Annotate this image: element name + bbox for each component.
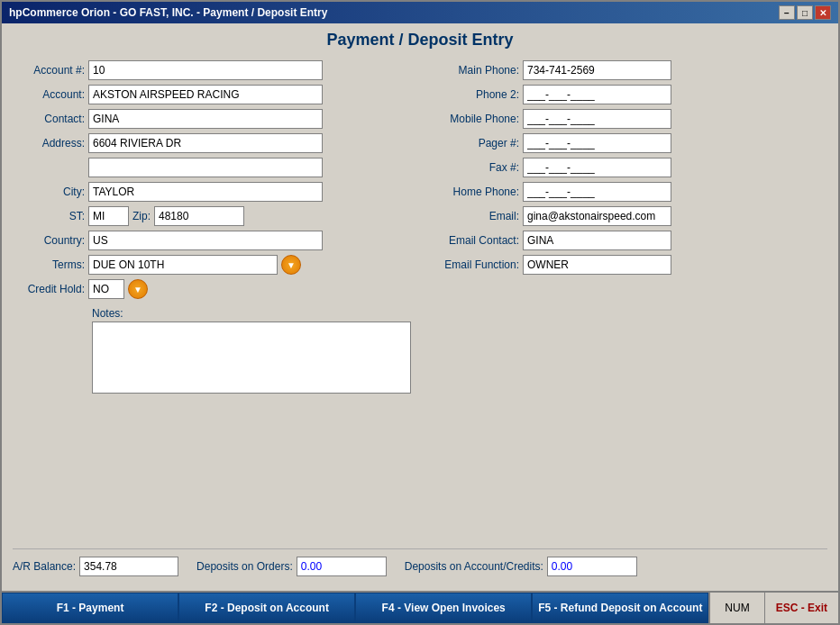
main-phone-input[interactable] <box>523 60 671 80</box>
account-row: Account #: <box>13 60 411 80</box>
content-area: Payment / Deposit Entry Account #: Accou… <box>2 23 838 591</box>
email-function-row: Email Function: <box>429 255 827 275</box>
email-function-input[interactable] <box>523 255 671 275</box>
address2-input[interactable] <box>88 158 323 177</box>
f1-payment-button[interactable]: F1 - Payment <box>2 593 178 623</box>
f4-view-invoices-button[interactable]: F4 - View Open Invoices <box>355 593 532 623</box>
notes-area: Notes: <box>13 307 411 394</box>
terms-input[interactable] <box>88 255 278 275</box>
email-contact-input[interactable] <box>523 231 671 250</box>
exit-status: ESC - Exit <box>765 593 838 623</box>
main-phone-row: Main Phone: <box>429 60 827 80</box>
email-label: Email: <box>429 210 519 222</box>
account-name-label: Account: <box>13 88 85 101</box>
fax-label: Fax #: <box>429 161 519 174</box>
deposits-account-input[interactable] <box>547 557 637 576</box>
credit-hold-dropdown-button[interactable]: ▼ <box>128 279 148 299</box>
email-contact-label: Email Contact: <box>429 234 519 247</box>
main-phone-label: Main Phone: <box>429 64 519 77</box>
mobile-row: Mobile Phone: <box>429 109 827 129</box>
deposits-account-label: Deposits on Account/Credits: <box>405 560 543 573</box>
main-window: hpCommerce Orion - GO FAST, INC. - Payme… <box>0 0 840 625</box>
title-bar-controls: − □ ✕ <box>779 5 831 20</box>
home-phone-row: Home Phone: <box>429 182 827 202</box>
maximize-button[interactable]: □ <box>797 5 813 20</box>
terms-row: Terms: ▼ <box>13 255 411 275</box>
state-input[interactable] <box>88 206 129 226</box>
email-row: Email: <box>429 206 827 226</box>
mobile-input[interactable] <box>523 109 671 129</box>
account-name-row: Account: <box>13 85 411 104</box>
f2-deposit-button[interactable]: F2 - Deposit on Account <box>178 593 355 623</box>
notes-label: Notes: <box>92 307 411 320</box>
terms-label: Terms: <box>13 258 85 271</box>
home-phone-label: Home Phone: <box>429 186 519 198</box>
num-status: NUM <box>710 593 764 623</box>
terms-dropdown-button[interactable]: ▼ <box>281 255 301 275</box>
account-name-input[interactable] <box>88 85 323 104</box>
contact-input[interactable] <box>88 109 323 129</box>
state-zip-row: ST: Zip: <box>13 206 411 226</box>
pager-label: Pager #: <box>429 137 519 149</box>
account-label: Account #: <box>13 64 85 77</box>
country-label: Country: <box>13 234 85 247</box>
title-bar-text: hpCommerce Orion - GO FAST, INC. - Payme… <box>9 6 327 19</box>
footer-status: NUM ESC - Exit <box>708 593 838 623</box>
country-input[interactable] <box>88 231 323 250</box>
fax-input[interactable] <box>523 158 671 177</box>
address2-row <box>13 158 411 177</box>
contact-row: Contact: <box>13 109 411 129</box>
form-body: Account #: Account: Contact: Address: <box>13 60 827 539</box>
footer-buttons: F1 - Payment F2 - Deposit on Account F4 … <box>2 593 708 623</box>
city-row: City: <box>13 182 411 202</box>
deposits-account-group: Deposits on Account/Credits: <box>405 557 637 576</box>
minimize-button[interactable]: − <box>779 5 795 20</box>
zip-input[interactable] <box>154 206 244 226</box>
credit-hold-input[interactable] <box>88 279 124 299</box>
pager-input[interactable] <box>523 133 671 153</box>
f5-refund-button[interactable]: F5 - Refund Deposit on Account <box>532 593 708 623</box>
notes-textarea[interactable] <box>92 322 411 394</box>
contact-label: Contact: <box>13 113 85 125</box>
deposits-orders-group: Deposits on Orders: <box>196 557 387 576</box>
zip-label: Zip: <box>132 210 151 222</box>
account-input[interactable] <box>88 60 323 80</box>
credit-hold-row: Credit Hold: ▼ <box>13 279 411 299</box>
email-input[interactable] <box>523 206 671 226</box>
deposits-orders-label: Deposits on Orders: <box>196 560 293 573</box>
address1-input[interactable] <box>88 133 323 153</box>
pager-row: Pager #: <box>429 133 827 153</box>
title-bar: hpCommerce Orion - GO FAST, INC. - Payme… <box>2 2 838 23</box>
ar-balance-label: A/R Balance: <box>13 560 76 573</box>
fax-row: Fax #: <box>429 158 827 177</box>
phone2-label: Phone 2: <box>429 88 519 101</box>
ar-balance-group: A/R Balance: <box>13 557 178 576</box>
deposits-orders-input[interactable] <box>297 557 387 576</box>
address1-row: Address: <box>13 133 411 153</box>
ar-balance-input[interactable] <box>79 557 178 576</box>
close-button[interactable]: ✕ <box>815 5 831 20</box>
right-panel: Main Phone: Phone 2: Mobile Phone: Pager… <box>429 60 827 539</box>
st-label: ST: <box>13 210 85 222</box>
phone2-row: Phone 2: <box>429 85 827 104</box>
credit-hold-label: Credit Hold: <box>13 283 85 295</box>
country-row: Country: <box>13 231 411 250</box>
email-contact-row: Email Contact: <box>429 231 827 250</box>
phone2-input[interactable] <box>523 85 671 104</box>
mobile-label: Mobile Phone: <box>429 113 519 125</box>
page-title: Payment / Deposit Entry <box>13 31 827 50</box>
home-phone-input[interactable] <box>523 182 671 202</box>
email-function-label: Email Function: <box>429 258 519 271</box>
footer: F1 - Payment F2 - Deposit on Account F4 … <box>2 591 838 623</box>
left-panel: Account #: Account: Contact: Address: <box>13 60 411 539</box>
city-label: City: <box>13 186 85 198</box>
city-input[interactable] <box>88 182 323 202</box>
address-label: Address: <box>13 137 85 149</box>
bottom-row: A/R Balance: Deposits on Orders: Deposit… <box>13 548 827 584</box>
